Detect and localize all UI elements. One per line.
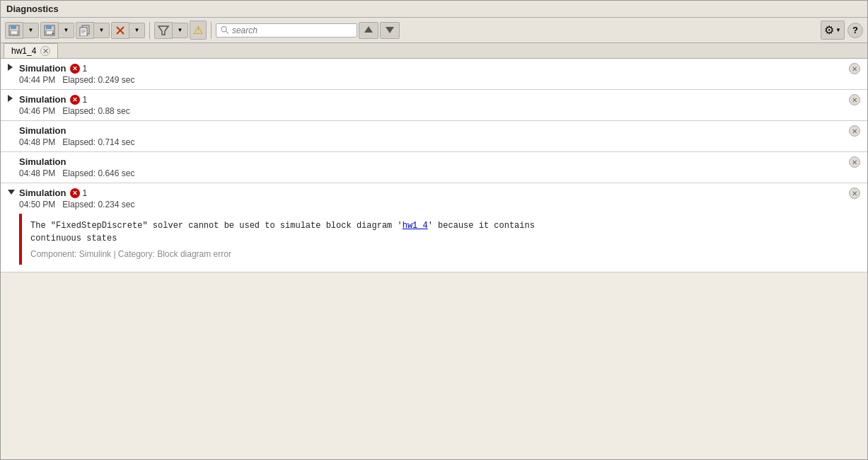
toolbar-separator-1: [149, 22, 150, 39]
no-arrow-3: [8, 126, 19, 134]
error-count-1: 1: [82, 64, 87, 74]
tabs-bar: hw1_4 ✕: [1, 43, 867, 59]
save-button[interactable]: [5, 22, 23, 39]
sim-title-area-1: Simulation ✕ 1 04:44 PM Elapsed: 0.249 s…: [19, 63, 849, 85]
window-title: Diagnostics: [6, 4, 59, 14]
sim-title-5: Simulation: [19, 188, 66, 198]
nav-down-icon: [385, 25, 395, 35]
expand-arrow-2[interactable]: [8, 94, 19, 103]
save-dropdown-button[interactable]: ▼: [23, 23, 39, 38]
error-badge-1: ✕ 1: [70, 64, 87, 74]
save-as-button-group: + ▼: [40, 22, 74, 39]
arrow-right-icon-2: [8, 95, 13, 102]
error-count-2: 1: [82, 95, 87, 105]
simulation-header-5: Simulation ✕ 1 04:50 PM Elapsed: 0.234 s…: [1, 183, 867, 214]
delete-icon: [115, 25, 126, 36]
sim-title-row-3: Simulation: [19, 125, 849, 136]
settings-dropdown-arrow: ▼: [835, 27, 841, 33]
svg-rect-13: [81, 33, 84, 33]
expand-arrow-1[interactable]: [8, 63, 19, 72]
error-detail-5: The "FixedStepDiscrete" solver cannot be…: [19, 214, 860, 265]
tab-close-button[interactable]: ✕: [40, 46, 50, 56]
expand-arrow-5[interactable]: [8, 188, 19, 196]
dismiss-button-4[interactable]: ✕: [849, 156, 860, 168]
sim-title-row-4: Simulation: [19, 156, 849, 167]
dismiss-button-1[interactable]: ✕: [849, 63, 860, 74]
nav-up-button[interactable]: [359, 22, 378, 39]
nav-up-icon: [364, 25, 374, 35]
content-area: Simulation ✕ 1 04:44 PM Elapsed: 0.249 s…: [1, 59, 867, 459]
dismiss-button-2[interactable]: ✕: [849, 94, 860, 105]
dismiss-button-3[interactable]: ✕: [849, 125, 860, 137]
sim-time-3: 04:48 PM Elapsed: 0.714 sec: [19, 137, 849, 147]
sim-title-row-5: Simulation ✕ 1: [19, 188, 849, 198]
svg-point-17: [221, 26, 226, 31]
save-as-icon: +: [44, 25, 55, 36]
error-icon-1: ✕: [70, 64, 80, 74]
sim-time-5: 04:50 PM Elapsed: 0.234 sec: [19, 200, 849, 209]
simulation-header-3: Simulation 04:48 PM Elapsed: 0.714 sec ✕: [1, 121, 867, 151]
right-tools: ⚙ ▼ ?: [821, 21, 863, 40]
sim-time-1: 04:44 PM Elapsed: 0.249 sec: [19, 75, 849, 85]
copy-icon: [79, 25, 91, 36]
highlight-button[interactable]: ⚠: [190, 21, 207, 40]
sim-time-2: 04:46 PM Elapsed: 0.88 sec: [19, 106, 849, 116]
svg-rect-1: [11, 25, 16, 29]
sim-title-row-2: Simulation ✕ 1: [19, 94, 849, 105]
error-badge-2: ✕ 1: [70, 95, 87, 105]
error-icon-5: ✕: [70, 188, 80, 198]
save-button-group: ▼: [5, 22, 39, 39]
filter-button-group: ▼: [154, 22, 188, 39]
sim-title-4: Simulation: [19, 156, 66, 167]
gear-icon: ⚙: [824, 23, 834, 37]
help-icon: ?: [852, 25, 858, 35]
tab-label: hw1_4: [11, 46, 36, 56]
nav-down-button[interactable]: [380, 22, 400, 39]
help-button[interactable]: ?: [847, 23, 863, 38]
simulation-entry-3: Simulation 04:48 PM Elapsed: 0.714 sec ✕: [1, 121, 867, 152]
delete-button[interactable]: [111, 22, 129, 39]
save-icon: [8, 25, 20, 36]
dismiss-button-5[interactable]: ✕: [849, 188, 860, 199]
filter-dropdown-button[interactable]: ▼: [173, 23, 188, 38]
error-icon-2: ✕: [70, 95, 80, 105]
save-as-dropdown-arrow: ▼: [64, 27, 69, 33]
error-meta-5: Component: Simulink | Category: Block di…: [30, 249, 852, 259]
search-input[interactable]: [232, 25, 352, 35]
arrow-right-icon-1: [8, 64, 13, 71]
svg-marker-19: [364, 26, 373, 33]
error-text-5: The "FixedStepDiscrete" solver cannot be…: [30, 219, 852, 245]
simulation-entry-1: Simulation ✕ 1 04:44 PM Elapsed: 0.249 s…: [1, 59, 867, 90]
sim-title-area-4: Simulation 04:48 PM Elapsed: 0.646 sec: [19, 156, 849, 178]
title-bar: Diagnostics: [1, 1, 867, 18]
tab-hw1-4[interactable]: hw1_4 ✕: [4, 43, 58, 58]
filter-button[interactable]: [154, 22, 173, 39]
svg-marker-16: [158, 26, 168, 35]
search-box[interactable]: [216, 23, 357, 38]
svg-rect-5: [46, 25, 52, 29]
error-link-5[interactable]: hw1_4: [403, 221, 428, 231]
copy-button[interactable]: [76, 22, 94, 39]
svg-rect-3: [11, 31, 17, 34]
simulation-entry-4: Simulation 04:48 PM Elapsed: 0.646 sec ✕: [1, 152, 867, 183]
settings-button[interactable]: ⚙ ▼: [821, 21, 845, 40]
search-icon: [221, 25, 229, 35]
svg-text:+: +: [52, 31, 54, 35]
arrow-down-icon-5: [8, 190, 15, 195]
delete-dropdown-arrow: ▼: [134, 27, 140, 33]
sim-title-row-1: Simulation ✕ 1: [19, 63, 849, 74]
filter-dropdown-arrow: ▼: [178, 27, 183, 33]
delete-dropdown-button[interactable]: ▼: [129, 23, 145, 38]
simulation-header-2: Simulation ✕ 1 04:46 PM Elapsed: 0.88 se…: [1, 90, 867, 120]
save-as-dropdown-button[interactable]: ▼: [59, 23, 74, 38]
filter-icon: [158, 25, 169, 36]
expand-arrow-3[interactable]: [8, 125, 19, 134]
sim-title-area-3: Simulation 04:48 PM Elapsed: 0.714 sec: [19, 125, 849, 147]
simulation-header-1: Simulation ✕ 1 04:44 PM Elapsed: 0.249 s…: [1, 59, 867, 89]
diagnostics-window: Diagnostics ▼: [0, 0, 868, 460]
sim-time-4: 04:48 PM Elapsed: 0.646 sec: [19, 168, 849, 178]
copy-dropdown-button[interactable]: ▼: [94, 23, 110, 38]
expand-arrow-4[interactable]: [8, 156, 19, 165]
no-arrow-4: [8, 157, 19, 165]
save-as-button[interactable]: +: [40, 22, 59, 39]
